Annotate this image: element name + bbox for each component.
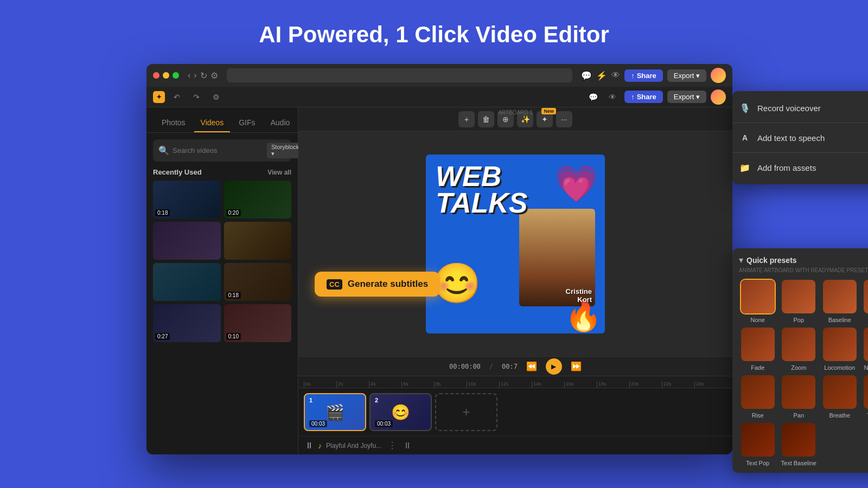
video-thumb-5[interactable] — [153, 263, 221, 301]
app-user-avatar[interactable] — [711, 89, 726, 105]
preset-breathe[interactable]: Breathe — [821, 374, 859, 419]
video-grid: 0:18 0:20 — [146, 181, 298, 342]
preset-rise[interactable]: Rise — [739, 374, 777, 419]
traffic-lights — [153, 72, 179, 79]
browser-nav: ‹ › ↻ ⚙ — [188, 70, 218, 81]
preset-pop[interactable]: Pop — [780, 279, 818, 323]
preset-text-block[interactable]: Text Block — [862, 374, 869, 419]
preset-zoom[interactable]: Zoom — [780, 326, 818, 371]
microphone-icon: 🎙️ — [739, 102, 751, 114]
video-duration-1: 0:18 — [155, 209, 170, 216]
view-all-link[interactable]: View all — [267, 169, 291, 176]
video-thumb-6[interactable]: 0:18 — [224, 263, 292, 301]
skip-forward-button[interactable]: ⏩ — [571, 361, 582, 371]
preset-label-text-baseline: Text Baseline — [781, 460, 816, 466]
tab-gifs[interactable]: GIFs — [232, 114, 261, 132]
preset-fade[interactable]: Fade — [739, 326, 777, 371]
ruler-tick-2: 2s — [336, 381, 369, 388]
app-share-button[interactable]: ↑ Share — [624, 91, 663, 103]
more-options-button[interactable]: ··· — [556, 111, 572, 127]
preset-text-baseline[interactable]: Text Baseline — [780, 422, 818, 466]
video-bg-4 — [224, 222, 292, 260]
url-bar[interactable] — [227, 68, 573, 82]
traffic-light-yellow[interactable] — [163, 72, 169, 79]
canvas-title: WEB TALKS — [436, 163, 527, 217]
preview-button[interactable]: 👁 — [605, 89, 620, 105]
timeline-body: 1 🎬 00:03 2 😊 00:03 — [298, 388, 732, 436]
canvas-title-line2: TALKS — [436, 190, 527, 216]
media-tabs: Photos Videos GIFs Audio — [146, 107, 298, 133]
subtitles-icon: CC — [327, 279, 342, 290]
text-to-speech-option[interactable]: A Add text to speech — [732, 125, 868, 150]
left-panel: Photos Videos GIFs Audio 🔍 Storyblocks ▾ — [146, 107, 298, 454]
recently-used-label: Recently Used — [153, 168, 202, 176]
ruler-tick-16: 16s — [564, 381, 597, 388]
timeline-clip-2[interactable]: 2 😊 00:03 — [369, 393, 432, 431]
nav-settings-icon[interactable]: ⚙ — [210, 70, 218, 81]
nav-forward-icon[interactable]: › — [194, 70, 196, 80]
redo-button[interactable]: ↷ — [189, 89, 204, 105]
preset-thumb-fade — [740, 326, 776, 362]
audio-end-icon[interactable]: ⏸ — [403, 441, 412, 451]
user-avatar[interactable] — [711, 68, 726, 83]
play-button[interactable]: ▶ — [546, 358, 562, 375]
collapse-icon[interactable]: ▾ — [739, 255, 743, 265]
preset-none[interactable]: None — [739, 279, 777, 323]
app-share-icon: ↑ — [631, 93, 635, 101]
share-button[interactable]: ↑ Share — [624, 69, 663, 82]
app-export-button[interactable]: Export ▾ — [667, 91, 706, 103]
clip-2-number: 2 — [375, 397, 378, 403]
clip-1-thumbnail: 🎬 — [326, 403, 344, 421]
delete-button[interactable]: 🗑 — [478, 111, 494, 127]
pause-icon[interactable]: ⏸ — [305, 441, 314, 451]
voiceover-divider-1 — [732, 123, 868, 123]
preset-neon-flicker[interactable]: Neon Flicker — [862, 326, 869, 371]
tab-photos[interactable]: Photos — [155, 114, 192, 132]
help-button[interactable]: 💬 — [585, 89, 601, 105]
eye-icon[interactable]: 👁 — [611, 70, 620, 80]
preset-thumb-baseline — [822, 279, 858, 314]
nav-refresh-icon[interactable]: ↻ — [200, 70, 207, 81]
timeline-clip-1[interactable]: 1 🎬 00:03 — [304, 393, 366, 431]
page-title: AI Powered, 1 Click Video Editor — [259, 22, 609, 48]
record-voiceover-option[interactable]: 🎙️ Record voiceover — [732, 95, 868, 120]
add-from-assets-option[interactable]: 📁 Add from assets — [732, 155, 868, 180]
skip-back-button[interactable]: ⏪ — [526, 361, 537, 371]
bolt-icon[interactable]: ⚡ — [596, 70, 607, 81]
recently-used-header: Recently Used View all — [146, 168, 298, 176]
nav-back-icon[interactable]: ‹ — [188, 70, 190, 80]
ai-button[interactable]: ✦ New — [537, 111, 553, 127]
video-thumb-7[interactable]: 0:27 — [153, 304, 221, 342]
add-element-button[interactable]: + — [458, 111, 475, 127]
traffic-light-red[interactable] — [153, 72, 159, 79]
traffic-light-green[interactable] — [173, 72, 179, 79]
audio-options-icon[interactable]: ⋮ — [388, 440, 397, 451]
add-clip-button[interactable]: + — [435, 393, 497, 431]
generate-subtitles-button[interactable]: CC Generate subtitles — [315, 272, 440, 297]
canvas-toolbar: ARTBOARD 1 + 🗑 ⊕ ✨ ✦ New ··· — [298, 107, 732, 131]
preset-label-pan: Pan — [793, 412, 804, 419]
audio-track-label[interactable]: Playful And Joyfu... — [326, 442, 381, 450]
tab-audio[interactable]: Audio — [264, 114, 297, 132]
video-thumb-1[interactable]: 0:18 — [153, 181, 221, 219]
export-button[interactable]: Export ▾ — [667, 69, 706, 82]
preset-baseline[interactable]: Baseline — [821, 279, 859, 323]
tab-videos[interactable]: Videos — [194, 114, 231, 132]
ruler-tick-18: 18s — [597, 381, 629, 388]
chat-icon[interactable]: 💬 — [581, 70, 592, 81]
preset-pan[interactable]: Pan — [780, 374, 818, 419]
preset-dash[interactable]: Dash — [862, 279, 869, 323]
preset-locomotion[interactable]: Locomotion — [821, 326, 859, 371]
video-thumb-2[interactable]: 0:20 — [224, 181, 292, 219]
design-canvas: 💗 WEB TALKS 😊 — [426, 155, 605, 333]
preset-text-pop[interactable]: Text Pop — [739, 422, 777, 466]
undo-button[interactable]: ↶ — [169, 89, 184, 105]
video-thumb-4[interactable] — [224, 222, 292, 260]
search-input[interactable] — [173, 146, 264, 155]
preset-label-baseline: Baseline — [828, 317, 851, 323]
video-thumb-8[interactable]: 0:10 — [224, 304, 292, 342]
add-clip-icon: + — [462, 404, 470, 420]
video-thumb-3[interactable] — [153, 222, 221, 260]
voiceover-divider-2 — [732, 152, 868, 153]
settings-button[interactable]: ⚙ — [208, 89, 224, 105]
